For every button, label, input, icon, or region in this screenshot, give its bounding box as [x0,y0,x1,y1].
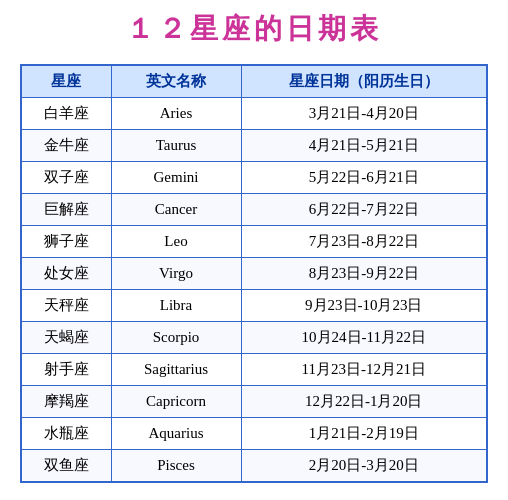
table-row: 双子座Gemini5月22日-6月21日 [21,162,487,194]
table-row: 白羊座Aries3月21日-4月20日 [21,98,487,130]
table-row: 水瓶座Aquarius1月21日-2月19日 [21,418,487,450]
cell-dates: 5月22日-6月21日 [241,162,487,194]
col-header-chinese: 星座 [21,65,111,98]
cell-dates: 10月24日-11月22日 [241,322,487,354]
cell-dates: 7月23日-8月22日 [241,226,487,258]
cell-chinese: 天秤座 [21,290,111,322]
cell-dates: 4月21日-5月21日 [241,130,487,162]
cell-english: Aquarius [111,418,241,450]
cell-english: Leo [111,226,241,258]
cell-chinese: 处女座 [21,258,111,290]
table-row: 狮子座Leo7月23日-8月22日 [21,226,487,258]
cell-english: Sagittarius [111,354,241,386]
table-row: 天秤座Libra9月23日-10月23日 [21,290,487,322]
table-row: 射手座Sagittarius11月23日-12月21日 [21,354,487,386]
table-row: 双鱼座Pisces2月20日-3月20日 [21,450,487,483]
cell-chinese: 水瓶座 [21,418,111,450]
table-row: 处女座Virgo8月23日-9月22日 [21,258,487,290]
cell-chinese: 双子座 [21,162,111,194]
cell-dates: 9月23日-10月23日 [241,290,487,322]
cell-english: Capricorn [111,386,241,418]
cell-english: Pisces [111,450,241,483]
cell-dates: 3月21日-4月20日 [241,98,487,130]
cell-english: Scorpio [111,322,241,354]
col-header-english: 英文名称 [111,65,241,98]
cell-english: Libra [111,290,241,322]
cell-english: Virgo [111,258,241,290]
cell-chinese: 天蝎座 [21,322,111,354]
cell-chinese: 白羊座 [21,98,111,130]
col-header-dates: 星座日期（阳历生日） [241,65,487,98]
cell-dates: 2月20日-3月20日 [241,450,487,483]
cell-dates: 1月21日-2月19日 [241,418,487,450]
cell-english: Cancer [111,194,241,226]
zodiac-table: 星座 英文名称 星座日期（阳历生日） 白羊座Aries3月21日-4月20日金牛… [20,64,488,483]
cell-dates: 11月23日-12月21日 [241,354,487,386]
cell-english: Taurus [111,130,241,162]
cell-english: Gemini [111,162,241,194]
cell-dates: 8月23日-9月22日 [241,258,487,290]
table-row: 金牛座Taurus4月21日-5月21日 [21,130,487,162]
cell-dates: 12月22日-1月20日 [241,386,487,418]
cell-chinese: 双鱼座 [21,450,111,483]
cell-chinese: 射手座 [21,354,111,386]
cell-dates: 6月22日-7月22日 [241,194,487,226]
cell-chinese: 金牛座 [21,130,111,162]
cell-chinese: 摩羯座 [21,386,111,418]
cell-chinese: 狮子座 [21,226,111,258]
cell-english: Aries [111,98,241,130]
page-title: １２星座的日期表 [126,10,382,48]
table-header-row: 星座 英文名称 星座日期（阳历生日） [21,65,487,98]
table-row: 巨解座Cancer6月22日-7月22日 [21,194,487,226]
table-row: 摩羯座Capricorn12月22日-1月20日 [21,386,487,418]
cell-chinese: 巨解座 [21,194,111,226]
table-row: 天蝎座Scorpio10月24日-11月22日 [21,322,487,354]
